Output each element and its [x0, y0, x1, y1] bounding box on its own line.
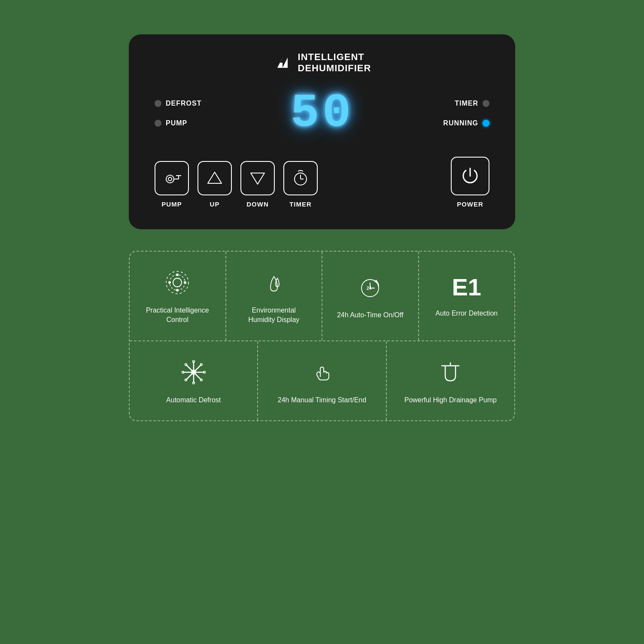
defrost-icon — [180, 358, 207, 386]
feature-error: E1 Auto Error Detection — [419, 252, 515, 340]
manual-icon — [308, 358, 336, 386]
svg-point-16 — [176, 273, 179, 276]
svg-marker-2 — [280, 58, 285, 63]
svg-marker-8 — [208, 172, 222, 183]
pump-button[interactable]: PUMP — [155, 161, 189, 208]
panel-buttons: PUMP UP — [155, 157, 489, 208]
defrost-indicator: DEFROST — [155, 100, 201, 107]
power-svg-icon — [459, 165, 481, 187]
down-button[interactable]: DOWN — [240, 161, 275, 208]
error-label: Auto Error Detection — [435, 309, 498, 318]
power-button-icon — [451, 157, 489, 195]
defrost-label: DEFROST — [166, 100, 201, 107]
panel-middle: DEFROST PUMP 50 TIMER RUNNING — [155, 90, 489, 137]
timer-button-icon — [283, 161, 318, 195]
running-label: RUNNING — [443, 119, 478, 127]
up-button-label: UP — [210, 200, 220, 208]
humidity-label: EnvironmentalHumidity Display — [248, 306, 299, 325]
timer-indicator: TIMER — [455, 100, 489, 107]
timer-dot — [483, 100, 489, 107]
feature-intelligence: Practical IntelligenceControl — [130, 252, 226, 340]
manual-label: 24h Manual Timing Start/End — [278, 395, 366, 405]
features-box: Practical IntelligenceControl Environmen… — [129, 251, 515, 421]
features-row-1: Practical IntelligenceControl Environmen… — [130, 252, 514, 341]
up-button[interactable]: UP — [197, 161, 232, 208]
feature-manual: 24h Manual Timing Start/End — [258, 341, 386, 420]
timer-label: TIMER — [455, 100, 478, 107]
brand-text: INTELLIGENT DEHUMIDIFIER — [298, 52, 371, 74]
svg-point-3 — [166, 175, 174, 183]
drainage-icon — [437, 358, 464, 386]
up-button-icon — [197, 161, 232, 195]
pump-button-label: PUMP — [161, 200, 182, 208]
indicators-right: TIMER RUNNING — [443, 100, 489, 127]
e1-display: E1 — [452, 275, 482, 299]
control-panel: INTELLIGENT DEHUMIDIFIER DEFROST PUMP 50 — [129, 34, 515, 229]
feature-autotimer: 24 24h Auto-Time On/Off — [322, 252, 419, 340]
features-wrapper: Practical IntelligenceControl Environmen… — [129, 251, 515, 421]
indicators-left: DEFROST PUMP — [155, 100, 201, 127]
main-buttons: PUMP UP — [155, 161, 318, 208]
humidity-display: 50 — [291, 90, 354, 137]
running-dot — [483, 120, 489, 127]
feature-defrost: Automatic Defrost — [130, 341, 258, 420]
timer-button-label: TIMER — [289, 200, 312, 208]
intelligence-label: Practical IntelligenceControl — [146, 306, 209, 325]
down-svg-icon — [248, 169, 267, 188]
svg-marker-9 — [251, 173, 264, 184]
logo-icon — [273, 55, 292, 70]
defrost-label: Automatic Defrost — [166, 395, 221, 405]
panel-wrapper: INTELLIGENT DEHUMIDIFIER DEFROST PUMP 50 — [129, 34, 515, 229]
svg-point-4 — [168, 177, 172, 181]
autotimer-label: 24h Auto-Time On/Off — [337, 310, 404, 320]
down-button-icon — [240, 161, 275, 195]
timer-svg-icon — [291, 169, 310, 188]
pump-svg-icon — [162, 169, 181, 188]
power-button-label: POWER — [457, 200, 483, 208]
pump-button-icon — [155, 161, 189, 195]
intelligence-icon — [164, 269, 191, 296]
drainage-label: Powerful High Drainage Pump — [404, 395, 497, 405]
pump-label: PUMP — [166, 119, 187, 127]
panel-header: INTELLIGENT DEHUMIDIFIER — [273, 52, 371, 74]
up-svg-icon — [205, 169, 224, 188]
svg-point-14 — [170, 275, 185, 290]
svg-point-13 — [173, 278, 182, 287]
svg-point-19 — [184, 281, 186, 284]
pump-dot — [155, 120, 161, 127]
features-row-2: Automatic Defrost 24h Manual Timing Star… — [130, 341, 514, 420]
svg-point-18 — [168, 281, 171, 284]
feature-drainage: Powerful High Drainage Pump — [387, 341, 514, 420]
display-area: 50 — [201, 90, 443, 137]
pump-indicator: PUMP — [155, 119, 201, 127]
svg-point-17 — [176, 289, 179, 292]
power-button[interactable]: POWER — [451, 157, 489, 208]
feature-humidity: EnvironmentalHumidity Display — [226, 252, 323, 340]
humidity-icon — [260, 269, 288, 296]
svg-text:24: 24 — [367, 286, 372, 291]
down-button-label: DOWN — [246, 200, 269, 208]
running-indicator: RUNNING — [443, 119, 489, 127]
defrost-dot — [155, 100, 161, 107]
autotimer-icon: 24 — [356, 273, 384, 301]
timer-button[interactable]: TIMER — [283, 161, 318, 208]
